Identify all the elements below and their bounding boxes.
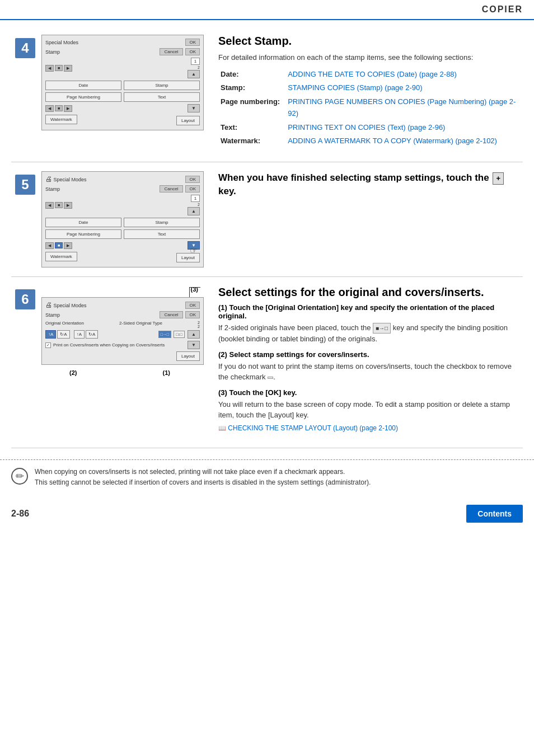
mock-two-sided-btn-2[interactable]: □↕□	[174, 331, 185, 338]
step-4-mock-screen: Special Modes OK Stamp Cancel OK ◀ ■ ▶ 1	[41, 35, 204, 130]
mock-down-btn-6[interactable]: ▼	[188, 341, 200, 349]
mock-cancel-button-5[interactable]: Cancel	[160, 185, 184, 192]
step-6-image-col: (3) 🖨 Special Modes OK Stamp Cancel	[39, 286, 213, 439]
mock-orient-btn-4[interactable]: ↻A	[86, 330, 98, 339]
mock-two-sided-btn-1[interactable]: □→□	[158, 331, 171, 338]
mock-checkbox-print[interactable]	[45, 342, 51, 348]
mock-slider-mid-2[interactable]: ■	[55, 105, 63, 111]
link-stamp[interactable]: STAMPING COPIES (Stamp) (page 2-90)	[288, 83, 422, 92]
mock-up-btn-1[interactable]: ▲	[188, 70, 200, 78]
step-6-title: Select settings for the original and cov…	[218, 286, 523, 299]
mock-slider-row-2: ◀ ■ ▶ ▼	[45, 104, 200, 112]
mock-slider-mid-5[interactable]: ■	[55, 202, 63, 208]
substep-3-body: You will return to the base screen of co…	[218, 399, 523, 433]
step-5-image-col: 🖨 Special Modes OK Stamp Cancel OK ◀ ■ ▶	[39, 171, 213, 267]
contents-button[interactable]: Contents	[466, 505, 523, 523]
step-5-title-text: When you have finished selecting stamp s…	[218, 172, 489, 183]
inline-checkbox-icon	[268, 377, 273, 379]
link-text[interactable]: PRINTING TEXT ON COPIES (Text) (page 2-9…	[288, 123, 445, 132]
substep-2-body: If you do not want to print the stamp it…	[218, 361, 523, 383]
mock-orient-btn-2[interactable]: ↻A	[57, 330, 69, 339]
step-5-content: When you have finished selecting stamp s…	[213, 171, 523, 267]
mock-slider-mid-5b-highlighted[interactable]: ■	[55, 242, 63, 248]
mock-checkbox-row: Print on Covers/Inserts when Copying on …	[45, 341, 200, 349]
step-5-row: 5 🖨 Special Modes OK Stamp Cancel OK	[11, 162, 523, 277]
mock-ok-button-6[interactable]: OK	[185, 302, 200, 309]
mock-page-count: 22	[198, 321, 200, 328]
step-5-title: When you have finished selecting stamp s…	[218, 171, 523, 198]
step-6-content: Select settings for the original and cov…	[213, 286, 523, 439]
step-6-number: 6	[15, 289, 35, 309]
mock-watermark-btn-5[interactable]: Watermark	[45, 252, 77, 261]
step-5-number: 5	[15, 175, 35, 195]
substep-2-title-text: Select stamp settings for covers/inserts…	[229, 350, 369, 359]
mock-slider-left-1[interactable]: ◀	[45, 65, 54, 72]
substep-1: (1) Touch the [Original Orientation] key…	[218, 303, 523, 345]
mock-orient-btn-1[interactable]: ↑A	[45, 330, 56, 339]
mock-slider-right-2[interactable]: ▶	[64, 105, 72, 112]
link-layout[interactable]: CHECKING THE STAMP LAYOUT (Layout) (page…	[228, 424, 398, 432]
mock-ok-button-5[interactable]: OK	[185, 176, 200, 183]
info-label-page: Page numbering:	[218, 95, 285, 121]
mock-page-numbering-btn[interactable]: Page Numbering	[45, 92, 121, 102]
mock-slider-row-5: ◀ ■ ▶ 1 2 ▲	[45, 195, 200, 215]
table-row: Watermark: ADDING A WATERMARK TO A COPY …	[218, 134, 523, 148]
substep-2-num: (2)	[218, 350, 227, 359]
mock-ok-button[interactable]: OK	[185, 39, 200, 46]
info-label-stamp: Stamp:	[218, 81, 285, 95]
mock-cancel-button-6[interactable]: Cancel	[160, 311, 184, 318]
mock-slider-right-1[interactable]: ▶	[64, 65, 72, 72]
mock-up-btn-5[interactable]: ▲	[188, 207, 200, 215]
mock-ok-button-6b[interactable]: OK	[185, 311, 200, 318]
step-6-row: 6 (3) 🖨 Special Modes OK Stamp	[11, 277, 523, 448]
step-5-number-col: 5	[11, 171, 39, 267]
info-text-watermark: ADDING A WATERMARK TO A COPY (Watermark)…	[285, 134, 523, 148]
mock-ok-button-2[interactable]: OK	[185, 48, 200, 55]
notice-text: When copying on covers/inserts is not se…	[35, 467, 371, 488]
mock-orientation-label: Original Orientation	[45, 321, 84, 328]
mock-slider-left-5b[interactable]: ◀	[45, 242, 54, 249]
substep-1-title-text: Touch the [Original Orientation] key and…	[218, 303, 494, 320]
info-text-text: PRINTING TEXT ON COPIES (Text) (page 2-9…	[285, 121, 523, 135]
mock-orient-btn-3[interactable]: ↑A	[74, 330, 85, 339]
info-label-watermark: Watermark:	[218, 134, 285, 148]
step-4-title: Select Stamp.	[218, 35, 523, 48]
mock-slider-mid-1[interactable]: ■	[55, 65, 63, 71]
substep-1-title: (1) Touch the [Original Orientation] key…	[218, 303, 523, 320]
mock-date-btn-5[interactable]: Date	[45, 218, 121, 227]
mock-cancel-button[interactable]: Cancel	[160, 48, 184, 55]
info-text-page: PRINTING PAGE NUMBERS ON COPIES (Page Nu…	[285, 95, 523, 121]
step-4-number: 4	[15, 38, 35, 58]
mock-page-numbering-btn-5[interactable]: Page Numbering	[45, 229, 121, 239]
mock-text-btn[interactable]: Text	[124, 92, 200, 102]
mock-up-btn-6[interactable]: ▲	[188, 330, 200, 339]
mock-down-btn-1[interactable]: ▼	[188, 104, 200, 112]
substep-2: (2) Select stamp settings for covers/ins…	[218, 350, 523, 383]
mock-layout-btn[interactable]: Layout	[176, 116, 200, 125]
info-label-date: Date:	[218, 68, 285, 82]
mock-stamp-label-5: Stamp	[45, 186, 60, 192]
mock-stamp-btn[interactable]: Stamp	[124, 81, 200, 90]
mock-slider-row: ◀ ■ ▶ 1 2 ▲	[45, 58, 200, 78]
notice-pencil-icon: ✏	[16, 470, 24, 482]
mock-slider-left-2[interactable]: ◀	[45, 105, 54, 112]
link-watermark[interactable]: ADDING A WATERMARK TO A COPY (Watermark)…	[288, 137, 497, 145]
mock-slider-right-5b[interactable]: ▶	[64, 242, 72, 249]
mock-two-sided-label: 2-Sided Original Type	[119, 321, 162, 328]
mock-stamp-btn-5[interactable]: Stamp	[124, 218, 200, 227]
mock-text-btn-5[interactable]: Text	[124, 229, 200, 239]
link-date[interactable]: ADDING THE DATE TO COPIES (Date) (page 2…	[288, 70, 457, 78]
mock-slider-left-5[interactable]: ◀	[45, 202, 54, 209]
mock-button-grid: Date Stamp Page Numbering Text	[45, 81, 200, 102]
substep-2-title: (2) Select stamp settings for covers/ins…	[218, 350, 523, 359]
mock-date-btn[interactable]: Date	[45, 81, 121, 90]
substep-3-book-ref: 📖 CHECKING THE STAMP LAYOUT (Layout) (pa…	[218, 423, 523, 433]
mock-layout-btn-6[interactable]: Layout	[176, 351, 200, 361]
link-page-numbering[interactable]: PRINTING PAGE NUMBERS ON COPIES (Page Nu…	[288, 97, 516, 118]
mock-slider-right-5[interactable]: ▶	[64, 202, 72, 209]
substep-1-num: (1)	[218, 303, 227, 312]
mock-button-grid-5: Date Stamp Page Numbering Text	[45, 218, 200, 239]
mock-ok-button-5b[interactable]: OK	[185, 185, 200, 192]
label-2: (2)	[69, 369, 77, 376]
mock-watermark-btn[interactable]: Watermark	[45, 115, 77, 124]
